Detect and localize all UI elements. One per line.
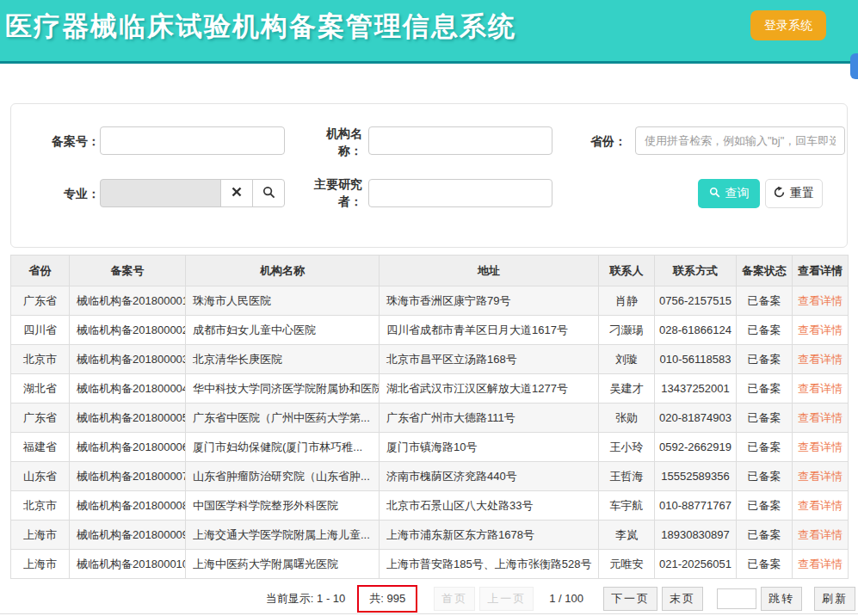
cell-org-name: 广东省中医院（广州中医药大学第... xyxy=(186,403,380,433)
cell-status: 已备案 xyxy=(737,491,793,521)
cell-detail: 查看详情 xyxy=(793,491,849,521)
cell-phone: 021-20256051 xyxy=(655,550,737,579)
next-page-button[interactable]: 下一页 xyxy=(603,587,657,611)
prev-page-button: 上一页 xyxy=(479,587,534,611)
jump-button[interactable]: 跳转 xyxy=(761,587,802,611)
cell-detail: 查看详情 xyxy=(793,433,849,462)
cell-detail: 查看详情 xyxy=(793,374,849,403)
view-detail-link[interactable]: 查看详情 xyxy=(798,411,843,424)
cell-status: 已备案 xyxy=(737,316,793,345)
cell-org-name: 山东省肿瘤防治研究院（山东省肿... xyxy=(186,462,380,491)
query-button[interactable]: 查询 xyxy=(698,179,760,208)
cell-phone: 020-81874903 xyxy=(655,403,737,433)
cell-province: 四川省 xyxy=(11,316,70,345)
cell-contact: 吴建才 xyxy=(599,374,655,403)
cell-contact: 车宇航 xyxy=(599,491,655,521)
cell-status: 已备案 xyxy=(737,345,793,374)
cell-phone: 13437252001 xyxy=(655,374,737,403)
specialty-search-button[interactable] xyxy=(252,179,285,207)
reset-button[interactable]: 重置 xyxy=(765,179,823,208)
cell-filing-no: 械临机构备201800005 xyxy=(70,403,186,433)
col-status: 备案状态 xyxy=(737,256,793,286)
cell-filing-no: 械临机构备201800003 xyxy=(70,345,186,374)
cell-org-name: 上海交通大学医学院附属上海儿童... xyxy=(186,521,380,550)
search-icon xyxy=(262,186,275,201)
current-display-text: 当前显示: 1 - 10 xyxy=(266,591,345,607)
cell-org-name: 珠海市人民医院 xyxy=(186,286,380,316)
cell-province: 广东省 xyxy=(11,286,70,316)
view-detail-link[interactable]: 查看详情 xyxy=(798,353,843,366)
cell-address: 上海市普安路185号、上海市张衡路528号 xyxy=(380,550,599,579)
search-panel: 备案号： 机构名称： 省份： 专业： 主要研究者： 查询 重置 xyxy=(10,103,848,248)
last-page-button[interactable]: 末页 xyxy=(662,587,703,611)
pagination-bar: 当前显示: 1 - 10 共: 995 首页 上一页 1 / 100 下一页 末… xyxy=(0,583,858,614)
reset-button-label: 重置 xyxy=(790,186,814,201)
cell-filing-no: 械临机构备201800009 xyxy=(70,521,186,550)
cell-detail: 查看详情 xyxy=(793,550,849,579)
researcher-input[interactable] xyxy=(368,179,552,207)
cell-contact: 李岚 xyxy=(599,521,655,550)
table-header: 省份 备案号 机构名称 地址 联系人 联系方式 备案状态 查看详情 xyxy=(11,256,849,286)
cell-address: 上海市浦东新区东方路1678号 xyxy=(380,521,599,550)
cell-province: 上海市 xyxy=(11,521,70,550)
table-row: 四川省械临机构备201800002成都市妇女儿童中心医院四川省成都市青羊区日月大… xyxy=(11,316,849,345)
cell-province: 广东省 xyxy=(11,403,70,433)
cell-province: 北京市 xyxy=(11,491,70,521)
page-title: 医疗器械临床试验机构备案管理信息系统 xyxy=(5,9,516,45)
login-button[interactable]: 登录系统 xyxy=(750,10,826,40)
cell-address: 北京市昌平区立汤路168号 xyxy=(380,345,599,374)
cell-address: 济南市槐荫区济兖路440号 xyxy=(380,462,599,491)
view-detail-link[interactable]: 查看详情 xyxy=(798,470,843,483)
cell-filing-no: 械临机构备201800002 xyxy=(70,316,186,345)
cell-contact: 张勋 xyxy=(599,403,655,433)
first-page-button: 首页 xyxy=(434,587,475,611)
table-row: 广东省械临机构备201800005广东省中医院（广州中医药大学第...广东省广州… xyxy=(11,403,849,433)
refresh-icon xyxy=(774,187,785,200)
view-detail-link[interactable]: 查看详情 xyxy=(798,294,843,307)
cell-province: 上海市 xyxy=(11,550,70,579)
cell-org-name: 上海中医药大学附属曙光医院 xyxy=(186,550,380,579)
cell-phone: 010-56118583 xyxy=(655,345,737,374)
view-detail-link[interactable]: 查看详情 xyxy=(798,528,843,541)
cell-address: 北京市石景山区八大处路33号 xyxy=(380,491,599,521)
view-detail-link[interactable]: 查看详情 xyxy=(798,440,843,453)
province-input[interactable] xyxy=(635,126,845,155)
filing-table: 省份 备案号 机构名称 地址 联系人 联系方式 备案状态 查看详情 广东省械临机… xyxy=(10,255,849,579)
table-row: 湖北省械临机构备201800004华中科技大学同济医学院附属协和医院湖北省武汉市… xyxy=(11,374,849,403)
total-count-text: 共: 995 xyxy=(369,592,405,605)
cell-province: 福建省 xyxy=(11,433,70,462)
cell-org-name: 华中科技大学同济医学院附属协和医院 xyxy=(186,374,380,403)
cell-org-name: 厦门市妇幼保健院(厦门市林巧稚... xyxy=(186,433,380,462)
cell-phone: 028-61866124 xyxy=(655,316,737,345)
table-body: 广东省械临机构备201800001珠海市人民医院珠海市香洲区康宁路79号肖静07… xyxy=(11,286,849,579)
cell-filing-no: 械临机构备201800006 xyxy=(70,433,186,462)
org-name-label: 机构名称： xyxy=(321,125,362,159)
col-address: 地址 xyxy=(380,256,599,286)
table-row: 北京市械临机构备201800003北京清华长庚医院北京市昌平区立汤路168号刘璇… xyxy=(11,345,849,374)
view-detail-link[interactable]: 查看详情 xyxy=(798,557,843,570)
col-filing-no: 备案号 xyxy=(70,256,186,286)
col-org-name: 机构名称 xyxy=(186,256,380,286)
view-detail-link[interactable]: 查看详情 xyxy=(798,499,843,512)
refresh-button[interactable]: 刷新 xyxy=(814,587,855,611)
cell-org-name: 北京清华长庚医院 xyxy=(186,345,380,374)
cell-detail: 查看详情 xyxy=(793,345,849,374)
cell-org-name: 中国医学科学院整形外科医院 xyxy=(186,491,380,521)
cell-address: 四川省成都市青羊区日月大道1617号 xyxy=(380,316,599,345)
cell-filing-no: 械临机构备201800007 xyxy=(70,462,186,491)
cell-contact: 刘璇 xyxy=(599,345,655,374)
floating-side-button[interactable] xyxy=(850,53,858,79)
cell-phone: 010-88771767 xyxy=(655,491,737,521)
specialty-input[interactable] xyxy=(100,179,221,207)
cell-status: 已备案 xyxy=(737,374,793,403)
jump-page-input[interactable] xyxy=(717,588,756,609)
view-detail-link[interactable]: 查看详情 xyxy=(798,323,843,336)
org-name-input[interactable] xyxy=(368,126,552,155)
cell-status: 已备案 xyxy=(737,550,793,579)
filing-no-input[interactable] xyxy=(100,126,285,155)
cell-filing-no: 械临机构备201800010 xyxy=(70,550,186,579)
cell-status: 已备案 xyxy=(737,433,793,462)
specialty-clear-button[interactable] xyxy=(220,179,253,207)
view-detail-link[interactable]: 查看详情 xyxy=(798,382,843,395)
table-row: 北京市械临机构备201800008中国医学科学院整形外科医院北京市石景山区八大处… xyxy=(11,491,849,521)
